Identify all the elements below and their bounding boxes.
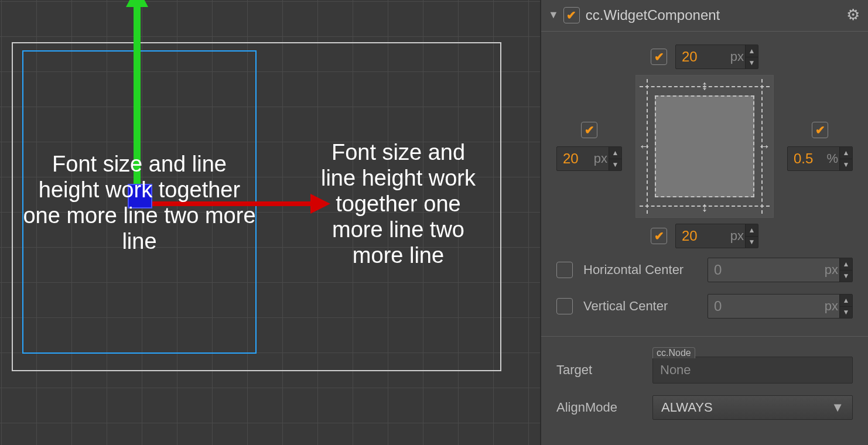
horizontal-center-stepper[interactable]: ▲▼ — [839, 258, 852, 282]
horizontal-center-value[interactable] — [708, 258, 825, 282]
align-right-input[interactable]: % ▲▼ — [787, 146, 853, 171]
horizontal-center-checkbox[interactable] — [556, 262, 573, 278]
vertical-center-value[interactable] — [708, 295, 825, 318]
align-mode-value: ALWAYS — [661, 400, 713, 415]
widget-align-editor: px ▲▼ px ▲▼ ↕ ↕ ↔ ↔ — [541, 32, 868, 252]
gear-icon[interactable]: ⚙ — [846, 6, 860, 24]
arrow-left-right-icon: ↔ — [758, 139, 771, 154]
align-right-checkbox[interactable] — [812, 122, 828, 138]
align-mode-label: AlignMode — [556, 400, 643, 415]
align-bottom-unit[interactable]: px — [730, 228, 745, 244]
vertical-center-checkbox[interactable] — [556, 298, 573, 314]
align-left-stepper[interactable]: ▲▼ — [609, 147, 621, 170]
vertical-center-label: Vertical Center — [583, 299, 668, 314]
chevron-down-icon: ▼ — [831, 400, 844, 415]
align-mode-dropdown[interactable]: ALWAYS ▼ — [652, 395, 853, 420]
component-title: cc.WidgetComponent — [586, 7, 720, 23]
align-bottom-stepper[interactable]: ▲▼ — [745, 224, 758, 248]
scene-text-node-2[interactable]: Font size and line height work together … — [287, 139, 510, 268]
vertical-center-input[interactable]: px ▲▼ — [708, 294, 853, 319]
align-left-value[interactable] — [557, 147, 594, 170]
component-header: ▼ cc.WidgetComponent ⚙ — [541, 0, 868, 32]
align-right-stepper[interactable]: ▲▼ — [839, 147, 852, 170]
component-enable-checkbox[interactable] — [563, 7, 580, 23]
target-value: None — [660, 362, 691, 378]
vertical-center-unit[interactable]: px — [825, 299, 839, 314]
align-top-value[interactable] — [676, 45, 730, 69]
collapse-toggle-icon[interactable]: ▼ — [548, 9, 559, 21]
align-top-unit[interactable]: px — [730, 49, 745, 64]
arrow-left-right-icon: ↔ — [638, 139, 651, 154]
align-left-unit[interactable]: px — [594, 151, 609, 166]
target-row: Target cc.Node None — [541, 351, 868, 389]
align-top-stepper[interactable]: ▲▼ — [745, 45, 758, 69]
align-top-input[interactable]: px ▲▼ — [675, 44, 758, 69]
align-left-input[interactable]: px ▲▼ — [556, 146, 622, 171]
scene-text-node-1[interactable]: Font size and line height work together … — [20, 151, 259, 254]
arrow-up-down-icon: ↕ — [702, 200, 708, 215]
align-mode-row: AlignMode ALWAYS ▼ — [541, 389, 868, 426]
align-top-checkbox[interactable] — [651, 49, 667, 65]
horizontal-center-input[interactable]: px ▲▼ — [708, 258, 853, 282]
align-bottom-checkbox[interactable] — [651, 228, 667, 244]
align-right-unit[interactable]: % — [826, 151, 839, 166]
arrow-up-down-icon: ↕ — [702, 78, 708, 93]
vertical-center-stepper[interactable]: ▲▼ — [839, 295, 852, 318]
horizontal-center-label: Horizontal Center — [583, 262, 684, 278]
align-bottom-value[interactable] — [676, 224, 730, 248]
target-type-tag: cc.Node — [652, 347, 695, 358]
section-divider — [541, 336, 868, 337]
target-label: Target — [556, 362, 643, 378]
inspector-panel: ▼ cc.WidgetComponent ⚙ px ▲▼ px ▲▼ — [540, 0, 868, 445]
align-left-checkbox[interactable] — [581, 122, 597, 138]
align-bottom-input[interactable]: px ▲▼ — [675, 224, 758, 248]
scene-canvas[interactable]: Font size and line height work together … — [0, 0, 540, 445]
widget-alignment-diagram: ↕ ↕ ↔ ↔ — [635, 75, 774, 218]
vertical-center-row: Vertical Center px ▲▼ — [541, 288, 868, 324]
horizontal-center-unit[interactable]: px — [825, 262, 839, 278]
horizontal-center-row: Horizontal Center px ▲▼ — [541, 252, 868, 288]
align-right-value[interactable] — [788, 147, 826, 170]
target-node-slot[interactable]: cc.Node None — [652, 357, 853, 384]
